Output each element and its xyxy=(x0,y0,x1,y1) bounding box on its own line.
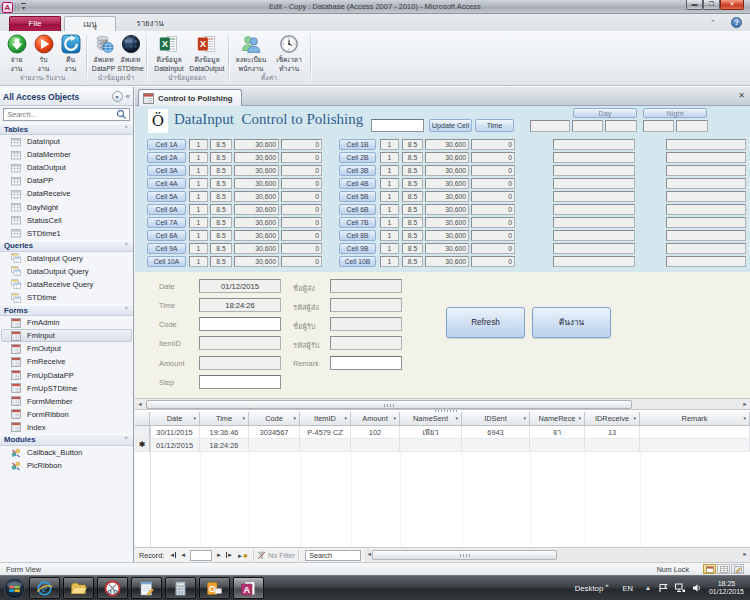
cell-a-hours-field[interactable]: 8.5 xyxy=(210,139,232,150)
restore-button[interactable]: ❐ xyxy=(703,0,720,10)
cell-b-qty-field[interactable]: 1 xyxy=(380,152,399,163)
cell-a-actual-field[interactable]: 0 xyxy=(281,152,322,163)
taskbar-button-outlook[interactable]: O xyxy=(199,577,230,599)
datasheet-cell[interactable] xyxy=(300,439,351,451)
column-header-idreceive[interactable]: IDReceive▼ xyxy=(585,412,640,425)
cell-button-cell-8a[interactable]: Cell 8A xyxy=(147,230,186,241)
detail-field-code[interactable] xyxy=(199,317,281,331)
datasheet-cell[interactable]: 01/12/2015 xyxy=(150,439,200,451)
nav-item-statuscell[interactable]: StatusCell xyxy=(0,214,133,227)
nav-item-index[interactable]: Index xyxy=(0,421,133,434)
nav-item-dataoutput-query[interactable]: DataOutput Query xyxy=(0,265,133,278)
clock[interactable]: 18:25 01/12/2015 xyxy=(709,580,744,597)
tab-report[interactable]: รายงาน xyxy=(119,16,181,31)
nav-section-header-tables[interactable]: Tables⌃ xyxy=(0,123,133,135)
cell-button-cell-6a[interactable]: Cell 6A xyxy=(147,204,186,215)
detail-field-thai-3[interactable] xyxy=(330,336,402,350)
return-job-button[interactable]: คืนงาน xyxy=(532,307,611,338)
detail-field-time[interactable]: 18:24:26 xyxy=(199,298,281,312)
datasheet-cell[interactable]: 19:36:46 xyxy=(200,426,249,438)
desktop-toolbar-label[interactable]: Desktop xyxy=(575,584,604,593)
ribbon-button-พนักงาน[interactable]: ลงทะเบียนพนักงาน xyxy=(232,32,270,73)
cell-button-cell-4a[interactable]: Cell 4A xyxy=(147,178,186,189)
day-field-3[interactable] xyxy=(605,120,637,132)
cell-extra-field-1[interactable] xyxy=(553,139,635,150)
column-header-namerece[interactable]: NameRece▼ xyxy=(530,412,585,425)
cell-b-hours-field[interactable]: 8.5 xyxy=(402,139,423,150)
cell-extra-field-1[interactable] xyxy=(553,191,635,202)
detail-field-date[interactable]: 01/12/2015 xyxy=(199,279,281,293)
cell-a-qty-field[interactable]: 1 xyxy=(189,139,208,150)
scroll-right-icon[interactable]: ► xyxy=(740,550,750,559)
column-dropdown-icon[interactable]: ▼ xyxy=(293,416,297,421)
cell-button-cell-5b[interactable]: Cell 5B xyxy=(339,191,376,202)
access-app-icon[interactable]: A xyxy=(2,2,13,13)
cell-extra-field-1[interactable] xyxy=(553,256,635,267)
cell-b-qty-field[interactable]: 1 xyxy=(380,165,399,176)
column-dropdown-icon[interactable]: ▼ xyxy=(633,416,637,421)
file-tab[interactable]: File xyxy=(9,16,61,31)
cell-b-qty-field[interactable]: 1 xyxy=(380,243,399,254)
detail-field-itemid[interactable] xyxy=(199,336,281,350)
nav-item-datapp[interactable]: DataPP xyxy=(0,174,133,187)
cell-b-target-field[interactable]: 30,600 xyxy=(425,191,469,202)
design-view-button[interactable] xyxy=(731,564,744,574)
column-dropdown-icon[interactable]: ▼ xyxy=(743,416,747,421)
cell-a-actual-field[interactable]: 0 xyxy=(281,217,322,228)
datasheet-cell[interactable]: 18:24:26 xyxy=(200,439,249,451)
cell-button-cell-10a[interactable]: Cell 10A xyxy=(147,256,186,267)
cell-b-hours-field[interactable]: 8.5 xyxy=(402,243,423,254)
detail-field-thai-2[interactable] xyxy=(330,317,402,331)
day-field-2[interactable] xyxy=(572,120,603,132)
column-header-code[interactable]: Code▼ xyxy=(249,412,300,425)
cell-b-hours-field[interactable]: 8.5 xyxy=(402,191,423,202)
update-cell-button[interactable]: Update Cell xyxy=(429,119,472,132)
cell-b-target-field[interactable]: 30,600 xyxy=(425,230,469,241)
cell-a-actual-field[interactable]: 0 xyxy=(281,178,322,189)
cell-extra-field-1[interactable] xyxy=(553,178,635,189)
close-button[interactable]: ✕ xyxy=(720,0,744,10)
cell-b-target-field[interactable]: 30,600 xyxy=(425,204,469,215)
cell-b-target-field[interactable]: 30,600 xyxy=(425,256,469,267)
datasheet-cell[interactable]: 13 xyxy=(585,426,640,438)
detail-field-remark[interactable] xyxy=(330,356,402,370)
nav-item-fmadmin[interactable]: FmAdmin xyxy=(0,316,133,329)
datasheet-cell[interactable] xyxy=(585,439,640,451)
cell-b-qty-field[interactable]: 1 xyxy=(380,256,399,267)
nav-item-datainput-query[interactable]: DataInput Query xyxy=(0,252,133,265)
nav-pane-menu-icon[interactable]: ▼ xyxy=(112,91,123,102)
datasheet-cell[interactable] xyxy=(530,439,585,451)
cell-a-hours-field[interactable]: 8.5 xyxy=(210,230,232,241)
cell-extra-field-2[interactable] xyxy=(666,139,746,150)
cell-extra-field-2[interactable] xyxy=(666,217,746,228)
nav-section-header-queries[interactable]: Queries⌃ xyxy=(0,240,133,252)
column-dropdown-icon[interactable]: ▼ xyxy=(523,416,527,421)
column-header-remark[interactable]: Remark▼ xyxy=(640,412,750,425)
cell-b-qty-field[interactable]: 1 xyxy=(380,230,399,241)
quick-cell-input[interactable] xyxy=(371,119,424,132)
cell-a-qty-field[interactable]: 1 xyxy=(189,152,208,163)
cell-extra-field-2[interactable] xyxy=(666,165,746,176)
taskbar-button-snipping-tool[interactable] xyxy=(97,577,128,599)
night-button[interactable]: Night xyxy=(643,108,707,118)
new-record-icon[interactable]: ►✱ xyxy=(235,552,250,559)
cell-b-actual-field[interactable]: 0 xyxy=(471,243,515,254)
datasheet-horizontal-scrollbar[interactable]: ◄ ► xyxy=(364,549,750,562)
column-dropdown-icon[interactable]: ▼ xyxy=(455,416,459,421)
previous-record-icon[interactable]: ◄ xyxy=(178,552,188,558)
column-dropdown-icon[interactable]: ▼ xyxy=(578,416,582,421)
help-icon[interactable]: ? xyxy=(731,17,742,28)
cell-button-cell-1a[interactable]: Cell 1A xyxy=(147,139,186,150)
datasheet-cell[interactable]: P-4579 CZ xyxy=(300,426,351,438)
taskbar-button-notepad[interactable] xyxy=(131,577,162,599)
cell-button-cell-10b[interactable]: Cell 10B xyxy=(339,256,376,267)
datasheet-select-all[interactable] xyxy=(135,412,150,425)
column-header-itemid[interactable]: ItemID▼ xyxy=(300,412,351,425)
cell-b-qty-field[interactable]: 1 xyxy=(380,204,399,215)
cell-extra-field-2[interactable] xyxy=(666,256,746,267)
close-form-icon[interactable]: ✕ xyxy=(738,91,745,100)
cell-button-cell-3b[interactable]: Cell 3B xyxy=(339,165,376,176)
cell-a-target-field[interactable]: 30,600 xyxy=(234,243,279,254)
ribbon-button-dataoutput[interactable]: Xดึงข้อมูลDataOutput xyxy=(188,32,226,73)
datasheet-cell[interactable]: จา xyxy=(530,426,585,438)
